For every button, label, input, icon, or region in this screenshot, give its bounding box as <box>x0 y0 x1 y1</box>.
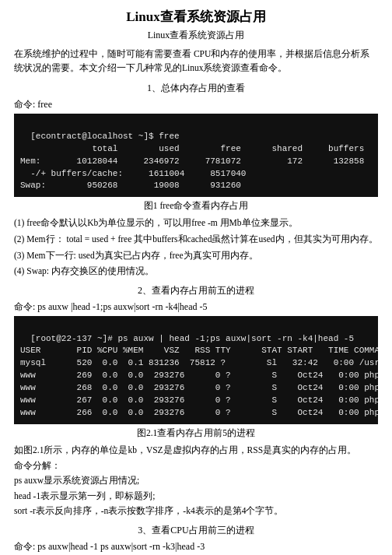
analysis-intro: 如图2.1所示，内存的单位是kb，VSZ是虚拟内存的占用，RSS是真实的内存的占… <box>14 443 378 458</box>
section1-cmd-label: 命令: free <box>14 98 378 111</box>
terminal2-row1: www 269 0.0 0.0 293276 0 ? S Oct24 0:00 … <box>20 371 378 380</box>
note-4: (4) Swap: 内存交换区的使用情况。 <box>14 264 378 279</box>
terminal2-row4: www 266 0.0 0.0 293276 0 ? S Oct24 0:00 … <box>20 408 378 417</box>
terminal2-header: USER PID %CPU %MEM VSZ RSS TTY STAT STAR… <box>20 346 378 355</box>
section2-title: 2、查看内存占用前五的进程 <box>14 284 378 297</box>
subtitle: Linux查看系统资源占用 <box>14 29 378 42</box>
section3-cmd-label: 命令: ps auxw|head -1 ps auxw|sort -rn -k3… <box>14 540 378 553</box>
terminal-mem: Mem: 10128044 2346972 7781072 172 132858… <box>20 156 378 166</box>
terminal2-row0: mysql 520 0.0 0.1 831236 75812 ? Sl 32:4… <box>20 358 378 367</box>
terminal2-row3: www 267 0.0 0.0 293276 0 ? S Oct24 0:00 … <box>20 395 378 405</box>
terminal-buffers: -/+ buffers/cache: 1611004 8517040 <box>20 169 246 178</box>
section2-analysis: 如图2.1所示，内存的单位是kb，VSZ是虚拟内存的占用，RSS是真实的内存的占… <box>14 443 378 519</box>
terminal-swap: Swap: 950268 19008 931260 <box>20 181 241 190</box>
section1-title: 1、总体内存占用的查看 <box>14 82 378 95</box>
terminal-ps: [root@22-137 ~]# ps auxw | head -1;ps au… <box>14 316 378 425</box>
note-1: (1) free命令默认以Kb为单位显示的，可以用free -m 用Mb单位来显… <box>14 216 378 231</box>
terminal-free: [econtract@localhost ~]$ free total used… <box>14 114 378 198</box>
terminal2-row2: www 268 0.0 0.0 293276 0 ? S Oct24 0:00 … <box>20 383 378 392</box>
analysis-note2: sort -r表示反向排序，-n表示按数字排序，-k4表示的是第4个字节。 <box>14 504 378 519</box>
terminal2-prompt: [root@22-137 ~]# ps auxw | head -1;ps au… <box>30 334 354 343</box>
note-3: (3) Mem下一行: used为真实已占内存，free为真实可用内存。 <box>14 248 378 264</box>
fig2-caption: 图2.1查看内存占用前5的进程 <box>14 427 378 439</box>
terminal-header: total used free shared buffers cached <box>20 144 378 153</box>
section3-title: 3、查看CPU占用前三的进程 <box>14 524 378 537</box>
section1-notes: (1) free命令默认以Kb为单位显示的，可以用free -m 用Mb单位来显… <box>14 216 378 279</box>
intro-text: 在系统维护的过程中，随时可能有需要查看 CPU和内存的使用率，并根据后信息分析系… <box>14 47 378 76</box>
analysis-note1: head -1表示显示第一列，即标题列; <box>14 489 378 504</box>
note-2: (2) Mem行： total = used + free 其中buffers和… <box>14 232 378 248</box>
analysis-note0: ps auxw显示系统资源占用情况; <box>14 473 378 489</box>
terminal-prompt: [econtract@localhost ~]$ free <box>30 132 179 141</box>
fig1-caption: 图1 free命令查看内存占用 <box>14 200 378 212</box>
page-title: Linux查看系统资源占用 <box>14 8 378 26</box>
section2-cmd-label: 命令: ps auxw |head -1;ps auxw|sort -rn -k… <box>14 300 378 314</box>
analysis-cmd: 命令分解： <box>14 458 378 474</box>
